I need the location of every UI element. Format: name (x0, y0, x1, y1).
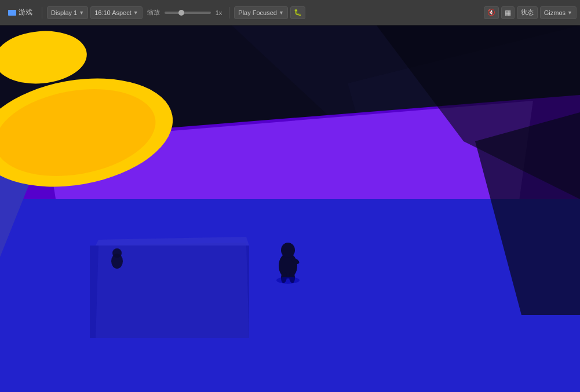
status-button[interactable]: 状态 (517, 6, 538, 19)
stats-icon: ▦ (505, 9, 511, 17)
svg-point-20 (276, 277, 300, 284)
play-focused-label: Play Focused (238, 9, 277, 16)
svg-point-14 (281, 243, 295, 258)
game-toolbar: 游戏 Display 1 ▼ 16:10 Aspect ▼ 缩放 1x Play… (0, 0, 580, 25)
aspect-dropdown[interactable]: 16:10 Aspect ▼ (90, 6, 143, 19)
gizmos-label: Gizmos (544, 9, 566, 16)
mute-button[interactable]: 🔇 (484, 6, 499, 19)
game-tab-label: 游戏 (19, 8, 32, 17)
zoom-label: 缩放 (145, 8, 162, 17)
separator-1 (42, 7, 42, 19)
game-canvas (0, 25, 580, 392)
aspect-label: 16:10 Aspect (94, 9, 132, 16)
game-tab[interactable]: 游戏 (3, 6, 37, 19)
aspect-dropdown-arrow: ▼ (133, 10, 138, 16)
status-label: 状态 (521, 8, 534, 17)
stats-button[interactable]: ▦ (501, 6, 515, 19)
zoom-area: 缩放 1x (145, 8, 225, 17)
bug-icon: 🐛 (294, 9, 302, 16)
gizmos-dropdown[interactable]: Gizmos ▼ (540, 6, 577, 19)
gameview-icon (8, 10, 16, 16)
zoom-thumb (178, 10, 184, 16)
gizmos-arrow: ▼ (567, 10, 572, 16)
display-dropdown[interactable]: Display 1 ▼ (47, 6, 88, 19)
svg-rect-5 (0, 199, 580, 392)
display-label: Display 1 (51, 9, 77, 16)
separator-2 (229, 7, 229, 19)
mute-icon: 🔇 (487, 9, 495, 16)
bug-button[interactable]: 🐛 (290, 6, 305, 19)
play-focused-dropdown[interactable]: Play Focused ▼ (234, 6, 288, 19)
zoom-slider[interactable] (165, 12, 211, 14)
game-viewport (0, 25, 580, 392)
svg-point-19 (112, 248, 122, 258)
zoom-value: 1x (213, 9, 225, 16)
display-dropdown-arrow: ▼ (79, 10, 84, 16)
toolbar-right: 🔇 ▦ 状态 Gizmos ▼ (484, 6, 577, 19)
play-focused-arrow: ▼ (279, 10, 284, 16)
